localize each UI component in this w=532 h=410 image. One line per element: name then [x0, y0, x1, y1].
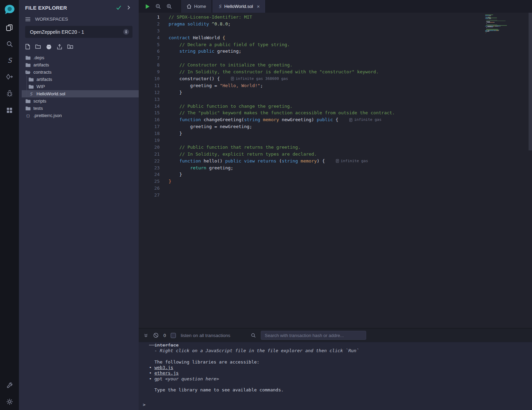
line-number: 21: [139, 151, 164, 158]
terminal-link-web3-js[interactable]: web3.js: [155, 365, 173, 370]
tree-item-label: HelloWorld.sol: [36, 91, 65, 96]
line-number: 14: [139, 103, 164, 110]
upload-folder-button[interactable]: [67, 44, 73, 49]
line-number: 22: [139, 158, 164, 165]
line-number: 26: [139, 185, 164, 192]
line-number: 11: [139, 82, 164, 89]
file-explorer-button[interactable]: [0, 19, 19, 36]
tree-item-tests[interactable]: tests: [22, 105, 139, 112]
code-line[interactable]: 18 }: [139, 130, 532, 137]
tree-item-scripts[interactable]: scripts: [22, 97, 139, 105]
zoom-out-icon: [156, 4, 161, 9]
code-line[interactable]: 9 // In Solidity, the constructor is def…: [139, 69, 532, 75]
deploy-run-button[interactable]: [0, 69, 19, 85]
solidity-compiler-button[interactable]: S: [0, 52, 19, 69]
tree-item-wip[interactable]: WIP: [22, 83, 139, 90]
chevron-right-icon[interactable]: [127, 5, 130, 10]
json-file-icon: {}: [25, 114, 31, 118]
gas-icon: [349, 118, 352, 122]
workspace-select[interactable]: OpenZeppelin ERC20 - 1: [25, 26, 132, 38]
code-line[interactable]: 1// SPDX-License-Identifier: MIT: [139, 14, 532, 21]
code-line[interactable]: 13: [139, 96, 532, 103]
publish-gist-button[interactable]: [57, 44, 62, 50]
github-button[interactable]: [46, 44, 52, 50]
tree-item-contracts[interactable]: contracts: [22, 69, 139, 76]
file-actions-toolbar: [19, 38, 139, 53]
code-line[interactable]: 23 return greeting;: [139, 165, 532, 171]
code-line[interactable]: 11 greeting = "Hello, World!";: [139, 82, 532, 89]
hamburger-menu-icon[interactable]: [25, 17, 31, 22]
code-line[interactable]: 24 }: [139, 171, 532, 178]
file-explorer-icon: [6, 24, 13, 32]
code-line[interactable]: 16 function changeGreeting(string memory…: [139, 116, 532, 123]
code-line[interactable]: 27: [139, 192, 532, 199]
code-editor[interactable]: 1// SPDX-License-Identifier: MIT2pragma …: [139, 13, 532, 328]
minimap[interactable]: [485, 14, 513, 35]
debugger-icon: [6, 90, 13, 97]
tree-item-artifacts[interactable]: artifacts: [22, 76, 139, 83]
tree-item-helloworld-sol[interactable]: SHelloWorld.sol: [22, 90, 139, 97]
code-line[interactable]: 8 // Constructor to initialize the greet…: [139, 62, 532, 69]
workspaces-row: WORKSPACES: [19, 15, 139, 26]
code-line[interactable]: 21 // In Solidity, explicit return types…: [139, 151, 532, 158]
clear-console-icon[interactable]: [153, 333, 159, 338]
code-line[interactable]: 14 // Public function to change the gree…: [139, 103, 532, 110]
settings-button[interactable]: [0, 393, 19, 410]
tab-home[interactable]: Home: [181, 0, 212, 13]
terminal-prompt[interactable]: >: [143, 402, 146, 407]
remix-logo[interactable]: [0, 0, 19, 19]
tree-item-deps[interactable]: .deps: [22, 54, 139, 61]
line-number: 25: [139, 178, 164, 185]
code-line[interactable]: 10 constructor() {infinite gas 368600 ga…: [139, 75, 532, 82]
code-line[interactable]: 6 string public greeting;: [139, 48, 532, 55]
code-line[interactable]: 5 // Declare a public field of type stri…: [139, 41, 532, 48]
code-line[interactable]: 17 greeting = newGreeting;: [139, 123, 532, 130]
tree-item-prettierrc-json[interactable]: {}.prettierrc.json: [22, 112, 139, 119]
terminal-line: The following libraries are accessible:: [149, 359, 532, 365]
editor-scrollbar[interactable]: [529, 13, 532, 150]
workspace-switch-icon[interactable]: [123, 29, 129, 35]
gas-estimate-badge: infinite gas 368600 gas: [231, 75, 288, 82]
code-line[interactable]: 19: [139, 137, 532, 144]
github-icon: [46, 44, 52, 50]
tree-item-label: .prettierrc.json: [33, 113, 62, 118]
home-icon: [187, 4, 192, 9]
code-line[interactable]: 12 }: [139, 89, 532, 96]
terminal-search-input[interactable]: [261, 331, 366, 340]
updown-icon: [123, 29, 129, 35]
run-button[interactable]: [145, 4, 150, 9]
code-line[interactable]: 26: [139, 185, 532, 192]
zoom-in-button[interactable]: [167, 4, 172, 9]
check-icon[interactable]: [116, 5, 121, 10]
code-line[interactable]: 4contract HelloWorld {: [139, 34, 532, 41]
zoom-out-button[interactable]: [156, 4, 161, 9]
line-number: 4: [139, 34, 164, 41]
tree-item-artifacts[interactable]: artifacts: [22, 61, 139, 69]
tree-item-label: .deps: [33, 55, 44, 60]
terminal-link-ethers-js[interactable]: ethers.js: [155, 370, 179, 376]
search-button[interactable]: [0, 36, 19, 52]
new-file-button[interactable]: [25, 44, 30, 50]
close-icon[interactable]: ×: [257, 4, 260, 9]
svg-text:S: S: [7, 56, 12, 64]
code-line[interactable]: 25}: [139, 178, 532, 185]
transaction-count: 0: [163, 333, 166, 338]
code-line[interactable]: 2pragma solidity ^0.8.0;: [139, 21, 532, 28]
terminal-collapse-icon[interactable]: [143, 333, 148, 338]
plugin-manager-button[interactable]: [0, 377, 19, 393]
code-line[interactable]: 7: [139, 55, 532, 62]
tab-helloworld-sol[interactable]: SHelloWorld.sol×: [212, 0, 266, 13]
new-folder-icon: [35, 44, 41, 49]
new-folder-button[interactable]: [35, 44, 41, 49]
plugins-button[interactable]: [0, 102, 19, 118]
terminal-toolbar: 0 listen on all transactions: [139, 328, 532, 342]
line-number: 27: [139, 192, 164, 199]
terminal-output[interactable]: interface - Right click on a JavaScript …: [139, 342, 532, 410]
code-line[interactable]: 15 // The "public" keyword makes the fun…: [139, 109, 532, 116]
tree-item-label: contracts: [33, 70, 52, 75]
debugger-button[interactable]: [0, 85, 19, 102]
code-line[interactable]: 22 function hello() public view returns …: [139, 158, 532, 165]
code-line[interactable]: 3: [139, 28, 532, 34]
code-line[interactable]: 20 // Public function that returns the g…: [139, 144, 532, 151]
listen-transactions-checkbox[interactable]: [171, 333, 176, 338]
